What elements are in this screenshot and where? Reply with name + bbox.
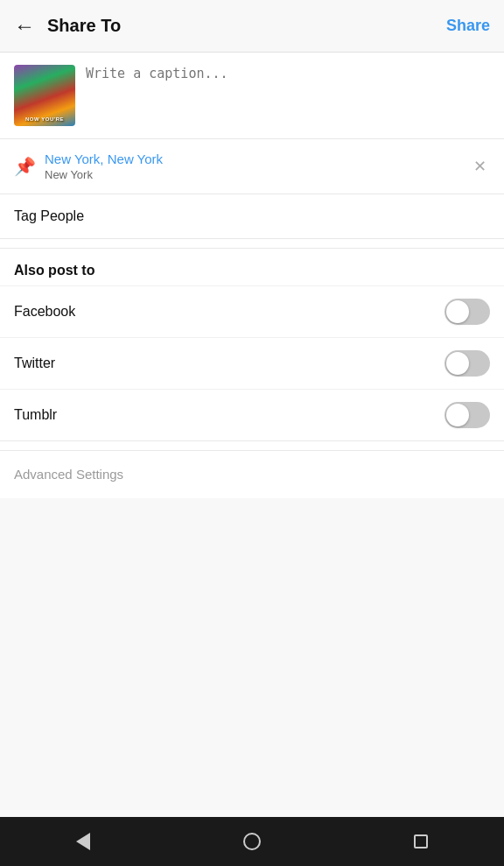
nav-recent-button[interactable]	[414, 834, 428, 848]
tumblr-label: Tumblr	[14, 407, 57, 423]
nav-back-button[interactable]	[76, 833, 90, 850]
advanced-settings-row[interactable]: Advanced Settings	[0, 450, 504, 498]
nav-home-icon	[243, 833, 261, 850]
facebook-toggle-knob	[446, 300, 469, 323]
location-close-button[interactable]: ✕	[470, 153, 490, 180]
tag-people-label: Tag People	[14, 208, 84, 224]
caption-input[interactable]	[86, 65, 490, 126]
facebook-toggle[interactable]	[444, 299, 490, 325]
twitter-toggle-row: Twitter	[0, 337, 504, 389]
location-sub: New York	[45, 168, 470, 181]
also-post-title: Also post to	[14, 263, 94, 278]
nav-recent-icon	[414, 834, 428, 848]
android-nav-bar	[0, 817, 504, 866]
image-thumbnail: NOW YOU'RE	[14, 65, 75, 126]
facebook-toggle-row: Facebook	[0, 285, 504, 337]
location-pin-icon: 📌	[14, 156, 36, 177]
facebook-label: Facebook	[14, 304, 75, 320]
twitter-toggle-knob	[446, 352, 469, 375]
tumblr-toggle-knob	[446, 404, 469, 426]
nav-home-button[interactable]	[243, 833, 261, 850]
header: ← Share To Share	[0, 0, 504, 53]
advanced-settings-label: Advanced Settings	[14, 467, 123, 482]
share-button[interactable]: Share	[446, 17, 490, 35]
location-info: New York, New York New York	[45, 151, 470, 181]
twitter-toggle[interactable]	[444, 350, 490, 377]
thumbnail-text: NOW YOU'RE	[25, 116, 64, 123]
also-post-header: Also post to	[0, 249, 504, 285]
caption-area: NOW YOU'RE	[0, 53, 504, 139]
back-button[interactable]: ←	[14, 16, 35, 37]
page-title: Share To	[47, 16, 446, 36]
tag-people-row[interactable]: Tag People	[0, 194, 504, 239]
tumblr-toggle-row: Tumblr	[0, 389, 504, 440]
also-post-section: Also post to Facebook Twitter Tumblr	[0, 248, 504, 441]
location-row[interactable]: 📌 New York, New York New York ✕	[0, 139, 504, 194]
spacer	[0, 498, 504, 817]
twitter-label: Twitter	[14, 356, 55, 371]
tumblr-toggle[interactable]	[444, 402, 490, 428]
nav-back-icon	[76, 833, 90, 850]
location-name: New York, New York	[45, 151, 470, 166]
